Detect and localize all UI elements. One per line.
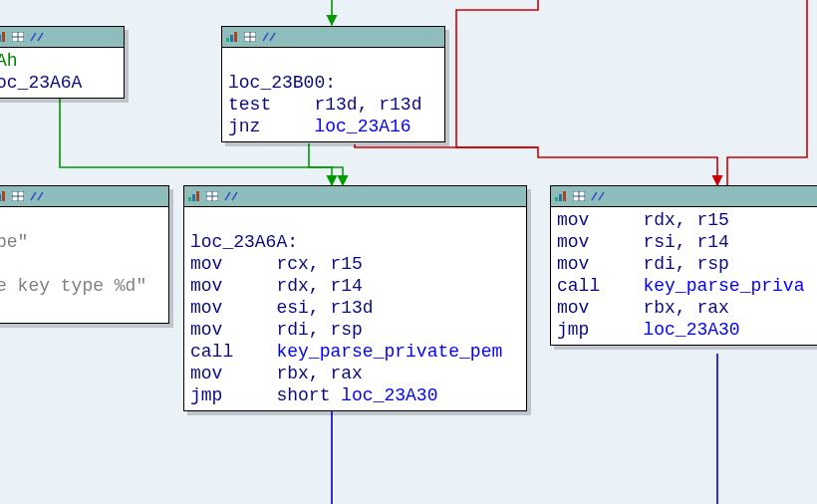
- asm-instruction: test r13d, r13d: [228, 95, 421, 115]
- asm-instruction: mov esi, r13d: [190, 298, 374, 318]
- svg-line-14: [263, 33, 268, 41]
- svg-rect-2: [2, 32, 5, 42]
- chart-icon: [0, 186, 6, 206]
- bb-label: oc_23A6A: [0, 73, 82, 93]
- bb-node-loc-23B00[interactable]: loc_23B00: test r13d, r13d jnz loc_23A16: [221, 26, 445, 142]
- call-target[interactable]: key_parse_priva: [643, 276, 804, 296]
- svg-rect-33: [559, 194, 562, 201]
- svg-line-31: [232, 192, 237, 200]
- xref-icon: [591, 186, 605, 206]
- asm-instruction: mov rbx, rax: [190, 364, 363, 383]
- bb-node-partial-left[interactable]: Ah oc_23A6A: [0, 26, 125, 99]
- asm-instruction: mov rdi, rsp: [557, 254, 729, 274]
- svg-rect-18: [2, 191, 5, 201]
- asm-instruction: call key_parse_private_pem: [190, 342, 502, 362]
- chart-icon: [555, 186, 567, 206]
- bb-node-right[interactable]: mov rdx, r15 mov rsi, r14 mov rdi, rsp c…: [550, 185, 817, 346]
- bb-body: pe" e key type %d": [0, 207, 168, 323]
- chart-icon: [188, 186, 200, 206]
- table-icon: [573, 186, 585, 206]
- svg-line-30: [225, 192, 230, 200]
- table-icon: [244, 27, 256, 47]
- svg-line-39: [599, 192, 604, 200]
- xref-icon: [262, 27, 276, 47]
- svg-rect-17: [0, 194, 1, 201]
- asm-instruction: mov rsi, r14: [557, 232, 729, 252]
- svg-line-23: [38, 192, 43, 200]
- string-literal: e key type %d": [0, 276, 146, 296]
- svg-line-7: [38, 33, 43, 41]
- asm-instruction: call key_parse_priva: [557, 276, 804, 296]
- jump-target[interactable]: loc_23A30: [341, 385, 437, 405]
- asm-instruction: jmp short loc_23A30: [190, 385, 437, 405]
- svg-rect-34: [563, 191, 566, 201]
- svg-line-15: [270, 33, 275, 41]
- jump-target[interactable]: loc_23A30: [643, 320, 739, 340]
- table-icon: [12, 27, 24, 47]
- jump-target[interactable]: loc_23A16: [314, 117, 410, 136]
- asm-instruction: mov rdx, r15: [557, 210, 729, 230]
- svg-rect-26: [196, 191, 199, 201]
- svg-rect-1: [0, 35, 1, 42]
- svg-rect-32: [555, 197, 558, 201]
- bb-node-loc-23A6A[interactable]: loc_23A6A: mov rcx, r15 mov rdx, r14 mov…: [183, 185, 527, 411]
- bb-body: loc_23A6A: mov rcx, r15 mov rdx, r14 mov…: [184, 207, 526, 410]
- bb-titlebar: [0, 27, 124, 48]
- bb-titlebar: [551, 186, 817, 207]
- svg-rect-10: [234, 32, 237, 42]
- svg-line-6: [31, 33, 36, 41]
- asm-instruction: mov rcx, r15: [190, 254, 363, 274]
- svg-rect-8: [226, 38, 229, 42]
- svg-rect-9: [230, 35, 233, 42]
- bb-label: loc_23B00:: [228, 73, 336, 93]
- asm-instruction: jmp loc_23A30: [557, 320, 740, 340]
- bb-body: Ah oc_23A6A: [0, 48, 124, 98]
- bb-node-strings[interactable]: pe" e key type %d": [0, 185, 169, 324]
- bb-body: mov rdx, r15 mov rsi, r14 mov rdi, rsp c…: [551, 207, 817, 345]
- bb-titlebar: [184, 186, 526, 207]
- xref-icon: [30, 186, 44, 206]
- literal-text: Ah: [0, 51, 18, 71]
- svg-rect-24: [188, 197, 191, 201]
- chart-icon: [0, 27, 6, 47]
- asm-instruction: jnz loc_23A16: [228, 117, 411, 136]
- bb-label: loc_23A6A:: [190, 232, 298, 252]
- string-literal: pe": [0, 232, 28, 252]
- asm-instruction: mov rdx, r14: [190, 276, 363, 296]
- table-icon: [12, 186, 24, 206]
- xref-icon: [224, 186, 238, 206]
- svg-line-38: [592, 192, 597, 200]
- bb-titlebar: [222, 27, 444, 48]
- bb-body: loc_23B00: test r13d, r13d jnz loc_23A16: [222, 48, 444, 141]
- xref-icon: [30, 27, 44, 47]
- asm-instruction: mov rdi, rsp: [190, 320, 363, 340]
- asm-instruction: mov rbx, rax: [557, 298, 729, 318]
- table-icon: [206, 186, 218, 206]
- call-target[interactable]: key_parse_private_pem: [276, 342, 502, 362]
- bb-titlebar: [0, 186, 168, 207]
- svg-rect-25: [192, 194, 195, 201]
- chart-icon: [226, 27, 238, 47]
- svg-line-22: [31, 192, 36, 200]
